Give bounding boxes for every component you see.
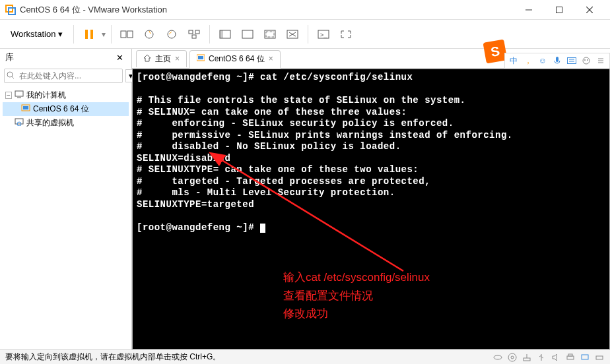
vm-icon — [21, 104, 30, 114]
separator — [111, 25, 112, 44]
close-sidebar-button[interactable]: ✕ — [114, 53, 126, 63]
svg-point-23 — [7, 72, 13, 77]
annotation-line: 查看配置文件情况 — [283, 287, 430, 305]
network-icon[interactable] — [522, 352, 532, 363]
home-icon — [143, 54, 151, 64]
main: 库 ✕ ▾ − 我的计算机 CentOS 6 64 位 — [0, 49, 610, 349]
shared-icon — [15, 118, 24, 128]
terminal-output: [root@wangdefeng ~]# cat /etc/sysconfig/… — [133, 69, 609, 236]
workstation-menu[interactable]: Workstation ▾ — [5, 26, 68, 42]
svg-rect-6 — [85, 30, 88, 39]
ime-keyboard-icon[interactable] — [566, 55, 578, 67]
close-tab-button[interactable]: × — [175, 54, 180, 63]
stretch-button[interactable] — [283, 24, 302, 44]
svg-rect-44 — [556, 57, 559, 62]
svg-rect-29 — [15, 119, 23, 124]
tree-label: 共享的虚拟机 — [26, 117, 74, 129]
disk-icon[interactable] — [492, 352, 503, 363]
svg-rect-14 — [192, 35, 196, 38]
svg-rect-13 — [195, 30, 199, 34]
sound-icon[interactable] — [551, 352, 561, 363]
revert-button[interactable] — [162, 24, 182, 44]
svg-rect-38 — [524, 358, 530, 361]
unity-button[interactable]: >_ — [314, 24, 333, 44]
svg-text:>_: >_ — [320, 32, 327, 38]
tree-label: 我的计算机 — [26, 90, 66, 101]
ime-emoji-button[interactable]: ☺ — [537, 55, 549, 67]
svg-rect-19 — [266, 32, 274, 37]
svg-point-37 — [511, 356, 514, 359]
tree-label: CentOS 6 64 位 — [33, 104, 89, 115]
sidebar-header: 库 ✕ — [0, 49, 131, 66]
svg-rect-40 — [567, 356, 574, 359]
pause-button[interactable] — [79, 24, 99, 44]
fullscreen-button[interactable] — [336, 24, 356, 44]
vm-icon — [197, 54, 205, 64]
statusbar: 要将输入定向到该虚拟机，请在虚拟机内部单击或按 Ctrl+G。 — [0, 349, 610, 364]
view-tabs-button[interactable] — [238, 24, 257, 44]
window-controls — [514, 0, 605, 20]
ime-skin-icon[interactable] — [580, 55, 592, 67]
ime-punct-button[interactable]: ， — [522, 55, 534, 67]
search-row: ▾ — [0, 66, 131, 86]
minimize-button[interactable] — [514, 0, 544, 20]
usb-icon[interactable] — [536, 352, 547, 363]
chevron-down-icon[interactable]: ▾ — [102, 30, 106, 39]
maximize-button[interactable] — [544, 0, 574, 20]
titlebar: CentOS 6 64 位 - VMware Workstation — [0, 0, 610, 20]
status-message: 要将输入定向到该虚拟机，请在虚拟机内部单击或按 Ctrl+G。 — [5, 351, 487, 363]
svg-rect-43 — [596, 356, 603, 359]
view-console-button[interactable] — [260, 24, 280, 44]
svg-point-48 — [583, 57, 590, 64]
tree-node-vm[interactable]: CentOS 6 64 位 — [3, 102, 129, 116]
collapse-icon[interactable]: − — [5, 92, 12, 99]
svg-rect-9 — [127, 31, 133, 38]
sidebar: 库 ✕ ▾ − 我的计算机 CentOS 6 64 位 — [0, 49, 132, 349]
svg-rect-16 — [220, 30, 223, 38]
svg-point-35 — [494, 355, 502, 359]
annotation-line: 输入cat /etc/sysconfig/selinux — [283, 268, 430, 286]
separator — [308, 25, 308, 44]
svg-line-24 — [12, 76, 14, 78]
view-single-button[interactable] — [215, 24, 235, 44]
tree-node-shared[interactable]: 共享的虚拟机 — [3, 116, 129, 130]
send-keys-button[interactable] — [117, 24, 137, 44]
search-input[interactable] — [4, 69, 123, 83]
tab-home[interactable]: 主页 × — [136, 50, 187, 67]
printer-icon[interactable] — [565, 352, 576, 363]
status-icons — [492, 352, 605, 363]
ime-voice-icon[interactable] — [551, 55, 563, 67]
svg-rect-3 — [557, 7, 562, 13]
drive-icon[interactable] — [594, 352, 605, 363]
workstation-label: Workstation — [11, 29, 55, 39]
tree-node-root[interactable]: − 我的计算机 — [3, 88, 129, 102]
svg-rect-8 — [121, 31, 126, 38]
window-title: CentOS 6 64 位 - VMware Workstation — [20, 4, 514, 16]
cd-icon[interactable] — [507, 352, 518, 363]
snapshot-button[interactable] — [139, 24, 159, 44]
svg-rect-42 — [582, 355, 588, 359]
ime-settings-icon[interactable] — [595, 55, 607, 67]
ime-lang-button[interactable]: 中 — [508, 55, 520, 67]
svg-rect-28 — [23, 106, 28, 109]
message-icon[interactable] — [580, 352, 590, 363]
svg-rect-45 — [568, 58, 576, 64]
close-button[interactable] — [574, 0, 605, 20]
library-label: 库 — [5, 51, 114, 63]
svg-point-49 — [584, 59, 586, 61]
svg-rect-25 — [15, 91, 23, 96]
svg-rect-12 — [189, 30, 193, 34]
tab-label: CentOS 6 64 位 — [209, 53, 265, 65]
sogou-badge[interactable]: S — [483, 39, 507, 63]
separator — [73, 25, 74, 44]
computer-icon — [15, 90, 24, 100]
terminal-area[interactable]: [root@wangdefeng ~]# cat /etc/sysconfig/… — [132, 69, 610, 349]
close-tab-button[interactable]: × — [269, 54, 273, 63]
tab-vm[interactable]: CentOS 6 64 位 × — [189, 50, 281, 69]
svg-rect-32 — [198, 56, 203, 59]
search-icon — [7, 71, 15, 81]
svg-rect-41 — [568, 354, 572, 356]
menubar: Workstation ▾ ▾ >_ — [0, 20, 610, 49]
manage-button[interactable] — [184, 24, 204, 44]
library-tree: − 我的计算机 CentOS 6 64 位 共享的虚拟机 — [0, 86, 131, 349]
